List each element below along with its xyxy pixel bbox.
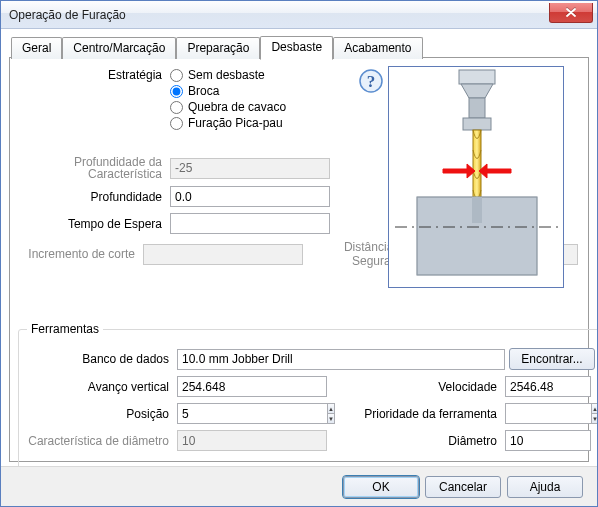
tab-label: Centro/Marcação bbox=[73, 41, 165, 55]
priority-input[interactable] bbox=[505, 403, 591, 424]
radio-broca[interactable]: Broca bbox=[170, 84, 286, 98]
tab-label: Acabamento bbox=[344, 41, 411, 55]
feed-input[interactable] bbox=[177, 376, 327, 397]
radio-input[interactable] bbox=[170, 85, 183, 98]
radio-quebra[interactable]: Quebra de cavaco bbox=[170, 100, 286, 114]
tab-label: Geral bbox=[22, 41, 51, 55]
database-input[interactable] bbox=[177, 349, 505, 370]
radio-picapau[interactable]: Furação Pica-pau bbox=[170, 116, 286, 130]
spin-buttons[interactable]: ▲▼ bbox=[591, 403, 598, 424]
priority-label: Prioridade da ferramenta bbox=[361, 407, 505, 421]
diam-char-input bbox=[177, 430, 327, 451]
find-button[interactable]: Encontrar... bbox=[509, 348, 595, 370]
feed-label: Avanço vertical bbox=[27, 380, 177, 394]
priority-stepper[interactable]: ▲▼ bbox=[505, 403, 591, 424]
cut-increment-input bbox=[143, 244, 303, 265]
radio-label: Broca bbox=[188, 84, 219, 98]
ok-button[interactable]: OK bbox=[343, 476, 419, 498]
tab-pane-desbaste: ? bbox=[9, 57, 589, 462]
help-button[interactable]: Ajuda bbox=[507, 476, 583, 498]
operation-preview bbox=[388, 66, 564, 288]
radio-input[interactable] bbox=[170, 101, 183, 114]
radio-label: Sem desbaste bbox=[188, 68, 265, 82]
tab-strip: Geral Centro/Marcação Preparação Desbast… bbox=[9, 35, 589, 58]
dwell-label: Tempo de Espera bbox=[20, 217, 170, 231]
position-input[interactable] bbox=[177, 403, 327, 424]
tab-acabamento[interactable]: Acabamento bbox=[333, 37, 422, 59]
position-stepper[interactable]: ▲▼ bbox=[177, 403, 327, 424]
radio-input[interactable] bbox=[170, 117, 183, 130]
database-label: Banco de dados bbox=[27, 352, 177, 366]
spin-up-icon[interactable]: ▲ bbox=[592, 404, 598, 414]
tab-label: Desbaste bbox=[271, 40, 322, 54]
tools-group: Ferramentas Banco de dados Encontrar... … bbox=[18, 322, 598, 478]
svg-rect-3 bbox=[459, 70, 495, 84]
window-title: Operação de Furação bbox=[9, 8, 126, 22]
tab-preparacao[interactable]: Preparação bbox=[176, 37, 260, 59]
depth-label: Profundidade bbox=[20, 190, 170, 204]
radio-input[interactable] bbox=[170, 69, 183, 82]
diam-char-label: Característica de diâmetro bbox=[27, 434, 177, 448]
dialog-footer: OK Cancelar Ajuda bbox=[1, 466, 597, 506]
help-icon[interactable]: ? bbox=[358, 68, 384, 94]
radio-label: Furação Pica-pau bbox=[188, 116, 283, 130]
speed-input[interactable] bbox=[505, 376, 591, 397]
tab-geral[interactable]: Geral bbox=[11, 37, 62, 59]
dwell-input[interactable] bbox=[170, 213, 330, 234]
spin-buttons[interactable]: ▲▼ bbox=[327, 403, 335, 424]
cancel-button[interactable]: Cancelar bbox=[425, 476, 501, 498]
close-icon bbox=[566, 6, 576, 20]
svg-rect-5 bbox=[463, 118, 491, 130]
svg-rect-9 bbox=[472, 197, 482, 223]
cut-increment-label: Incremento de corte bbox=[20, 247, 143, 261]
diameter-input[interactable] bbox=[505, 430, 591, 451]
strategy-label: Estratégia bbox=[20, 68, 170, 82]
spin-down-icon[interactable]: ▼ bbox=[328, 414, 334, 423]
svg-text:?: ? bbox=[367, 72, 376, 91]
tab-centro[interactable]: Centro/Marcação bbox=[62, 37, 176, 59]
speed-label: Velocidade bbox=[361, 380, 505, 394]
spin-up-icon[interactable]: ▲ bbox=[328, 404, 334, 414]
depth-input[interactable] bbox=[170, 186, 330, 207]
radio-label: Quebra de cavaco bbox=[188, 100, 286, 114]
tools-legend: Ferramentas bbox=[27, 322, 103, 336]
close-button[interactable] bbox=[549, 3, 593, 23]
diameter-label: Diâmetro bbox=[361, 434, 505, 448]
tab-desbaste[interactable]: Desbaste bbox=[260, 36, 333, 60]
spin-down-icon[interactable]: ▼ bbox=[592, 414, 598, 423]
feature-depth-input bbox=[170, 158, 330, 179]
client-area: Geral Centro/Marcação Preparação Desbast… bbox=[9, 35, 589, 462]
radio-sem-desbaste[interactable]: Sem desbaste bbox=[170, 68, 286, 82]
svg-rect-6 bbox=[473, 130, 481, 208]
position-label: Posição bbox=[27, 407, 177, 421]
feature-depth-label: Profundidade da Característica bbox=[20, 156, 170, 180]
title-bar: Operação de Furação bbox=[1, 1, 597, 29]
svg-rect-4 bbox=[469, 98, 485, 118]
tab-label: Preparação bbox=[187, 41, 249, 55]
